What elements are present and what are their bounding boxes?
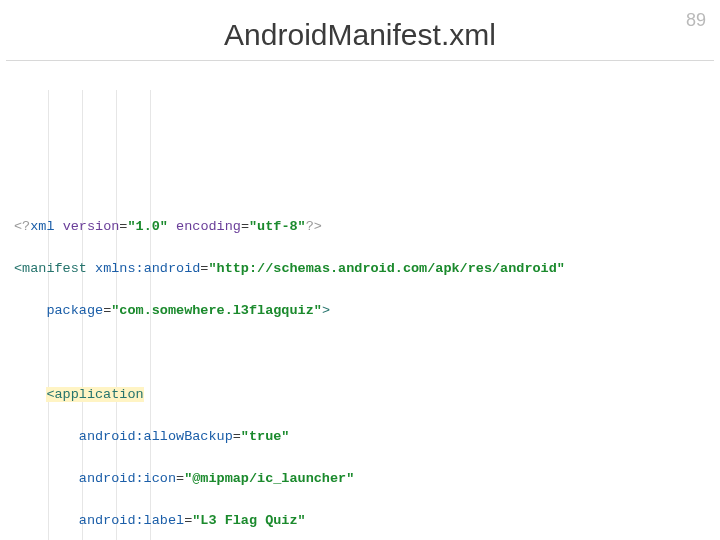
code-line: <manifest xmlns:android="http://schemas.… xyxy=(8,258,712,279)
divider xyxy=(6,60,714,61)
code-block: <?xml version="1.0" encoding="utf-8"?> <… xyxy=(0,65,720,540)
slide-number: 89 xyxy=(686,10,706,31)
code-line: <application xyxy=(8,384,712,405)
page-title: AndroidManifest.xml xyxy=(0,18,720,52)
code-line: android:icon="@mipmap/ic_launcher" xyxy=(8,468,712,489)
code-line: <?xml version="1.0" encoding="utf-8"?> xyxy=(8,216,712,237)
code-line: android:label="L3 Flag Quiz" xyxy=(8,510,712,531)
code-line xyxy=(8,342,712,363)
code-line: android:allowBackup="true" xyxy=(8,426,712,447)
code-line: package="com.somewhere.l3flagquiz"> xyxy=(8,300,712,321)
